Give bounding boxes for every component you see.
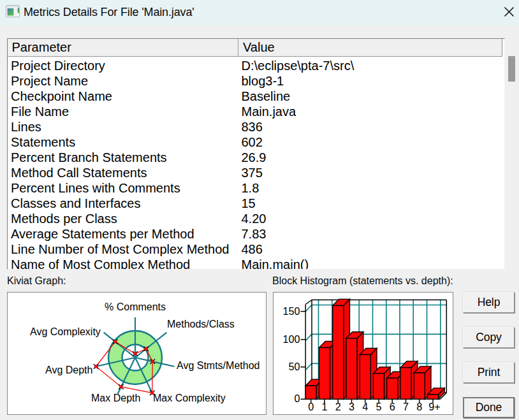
svg-text:1: 1	[321, 401, 327, 412]
svg-text:3: 3	[349, 401, 355, 412]
svg-text:100: 100	[282, 333, 300, 345]
svg-text:2: 2	[335, 401, 341, 412]
svg-text:150: 150	[282, 305, 300, 317]
svg-text:8: 8	[416, 401, 422, 412]
svg-text:6: 6	[390, 401, 395, 412]
svg-text:50: 50	[288, 361, 300, 372]
svg-text:5: 5	[376, 401, 381, 412]
svg-text:7: 7	[403, 401, 409, 412]
svg-text:9+: 9+	[428, 401, 440, 412]
svg-text:4: 4	[362, 401, 368, 412]
svg-text:0: 0	[308, 401, 314, 412]
svg-text:0: 0	[294, 393, 300, 404]
